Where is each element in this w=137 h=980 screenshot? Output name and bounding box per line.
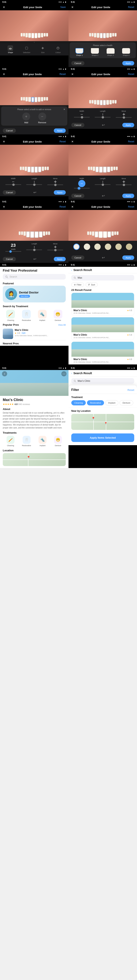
undo-btn-5[interactable]: ↩ [33, 190, 36, 195]
more-btn-11[interactable]: ··· [61, 371, 66, 376]
reset-btn-12[interactable]: Reset [128, 388, 134, 391]
view-all-btn[interactable]: View All [58, 324, 66, 326]
cancel-btn-2[interactable]: Cancel [71, 61, 84, 65]
nearby-map-12[interactable]: 📍 📍 [71, 414, 134, 430]
cancel-btn-5[interactable]: Cancel [3, 190, 16, 195]
undo-btn-6[interactable]: ↩ [102, 194, 105, 198]
move-slider-7[interactable]: Move ✛ [47, 243, 63, 250]
undo-btn-7[interactable]: ↩ [33, 257, 36, 261]
battery-icon-2: ▮ [134, 1, 135, 3]
apply-btn-4[interactable]: Apply [122, 123, 134, 127]
apply-btn-6[interactable]: Apply [122, 194, 134, 198]
close-btn-8[interactable]: ✕ [71, 205, 74, 208]
reset-btn-7[interactable]: Reset [60, 205, 66, 208]
featured-badge[interactable]: See More [19, 295, 30, 298]
t-restorative-11[interactable]: 🦷 Restorative [22, 436, 31, 447]
back-arrow-10[interactable]: ‹ [71, 269, 72, 272]
close-btn-5[interactable]: ✕ [3, 140, 5, 143]
treatment-restorative[interactable]: 🦷 Restorative [22, 310, 31, 321]
swatch-4[interactable] [115, 243, 122, 250]
close-btn-7[interactable]: ✕ [3, 205, 5, 208]
reset-btn-6[interactable]: Reset [128, 140, 134, 143]
sort-btn-10[interactable]: Sort [85, 283, 98, 287]
tool-size[interactable]: Size [40, 45, 46, 54]
filter-restorative[interactable]: Restorative [87, 400, 104, 406]
t-implant-11[interactable]: 🔩 Implant [38, 436, 46, 447]
featured-card[interactable]: 👩‍⚕️ Dental Doctor See More [3, 286, 66, 302]
t-cleaning-11[interactable]: 🪥 Cleaning [6, 436, 14, 447]
reset-btn-4[interactable]: Reset [128, 73, 134, 76]
clinic-card-1[interactable]: Max's Clinic ★ 4.8 15 liz Glenview Stree… [71, 293, 134, 315]
move-slider[interactable]: Move ✛ [116, 110, 132, 118]
cancel-btn-4[interactable]: Cancel [71, 123, 84, 127]
treatment-denture[interactable]: 😁 Denture [54, 310, 62, 321]
treatment-row-9: 🪥 Cleaning 🦷 Restorative 🔩 Implant 😁 Den… [0, 309, 68, 323]
width-slider-6-hl[interactable]: Width ↔ [74, 178, 90, 188]
cancel-btn-8[interactable]: Cancel [71, 256, 84, 260]
tool-colour[interactable]: Colour [55, 45, 61, 54]
swatch-3[interactable] [105, 243, 111, 250]
popup-close-icon[interactable]: ✕ [63, 108, 65, 111]
save-btn-1[interactable]: Save [60, 6, 66, 8]
apply-items-btn[interactable]: Apply Items Selected [71, 433, 134, 442]
swatch-1[interactable] [84, 243, 90, 250]
undo-btn-8[interactable]: ↩ [102, 256, 105, 260]
swatch-5[interactable] [126, 243, 132, 250]
close-btn-6[interactable]: ✕ [71, 140, 74, 143]
swatch-0[interactable] [73, 243, 80, 250]
close-btn-3[interactable]: ✕ [3, 73, 5, 76]
clinic-image-1 [71, 293, 134, 308]
search-query-box-12[interactable]: Max's Clinic [71, 378, 134, 384]
cancel-btn-3[interactable]: Cancel [3, 129, 16, 133]
move-slider-6[interactable]: Move ✛ [116, 178, 132, 188]
shape-2-item[interactable]: Shape 2 [91, 48, 99, 56]
filter-denture[interactable]: Denture [120, 400, 133, 406]
filter-btn-10[interactable]: Filter [71, 283, 84, 287]
apply-btn-5[interactable]: Apply [54, 190, 66, 195]
shape-1-item[interactable]: Shape 1 [76, 48, 83, 56]
close-btn-2[interactable]: ✕ [71, 6, 74, 9]
filter-cleaning[interactable]: Cleaning [71, 400, 86, 406]
shape-4-item[interactable]: Shape 4 [122, 48, 130, 56]
undo-btn-4[interactable]: ↩ [102, 123, 105, 127]
length-slider-5[interactable]: Length ↕ [26, 178, 42, 185]
move-slider-5[interactable]: Move ✛ [47, 178, 63, 185]
treatment-implant[interactable]: 🔩 Implant [38, 310, 47, 321]
apply-btn-8[interactable]: Apply [122, 256, 134, 260]
clinic-card-3[interactable]: Max's Clinic ★ 4.8 15 liz Glenview Stree… [71, 342, 134, 364]
search-query-box-10[interactable]: Max [71, 275, 134, 280]
length-slider-7[interactable]: Length ↕ [26, 243, 42, 250]
smile-image-6 [68, 145, 137, 175]
apply-btn-3[interactable]: Apply [54, 129, 66, 133]
length-slider[interactable]: Length ↕ [95, 110, 110, 118]
phone-7: 9:41 ●●● ▲ ▮ ✕ Edit your Smile Reset [0, 200, 68, 263]
close-btn-4[interactable]: ✕ [71, 73, 74, 76]
search-box-9[interactable]: Search [3, 274, 66, 280]
apply-btn-2[interactable]: Apply [122, 61, 134, 65]
swatch-2[interactable] [94, 243, 101, 250]
reset-btn-8[interactable]: Reset [128, 205, 134, 208]
filter-implant[interactable]: Implant [105, 400, 118, 406]
close-btn-1[interactable]: ✕ [3, 6, 5, 9]
back-arrow-12[interactable]: ‹ [71, 372, 72, 375]
reset-btn-5[interactable]: Reset [60, 140, 66, 143]
reset-btn-2[interactable]: Reset [128, 6, 134, 8]
length-slider-6[interactable]: Length ↕ [95, 178, 110, 188]
tool-selection[interactable]: Selection [23, 45, 30, 54]
tool-shape[interactable]: Shape [8, 45, 13, 54]
remove-action[interactable]: − Remove [38, 113, 46, 124]
location-map-11[interactable]: 📍 [3, 453, 66, 466]
apply-btn-7[interactable]: Apply [54, 257, 66, 261]
clinic-card-2[interactable]: Max's Clinic ★ 4.8 15 liz Glenview Stree… [71, 317, 134, 340]
cancel-btn-6[interactable]: Cancel [71, 194, 84, 198]
t-denture-11[interactable]: 😁 Denture [54, 436, 62, 447]
back-btn-11[interactable]: ‹ [2, 371, 7, 376]
treatment-cleaning[interactable]: 🪥 Cleaning [6, 310, 15, 321]
add-action[interactable]: + Add [22, 113, 30, 124]
shape-3-item[interactable]: Shape 3 [107, 48, 115, 56]
cancel-btn-7[interactable]: Cancel [3, 257, 16, 261]
width-slider[interactable]: Width ↔ [74, 110, 90, 118]
width-slider-5[interactable]: Width ↔ [5, 178, 21, 185]
reset-btn-3[interactable]: Reset [60, 73, 66, 76]
pro-card-1[interactable]: Max's Clinic ★ 4.8 Splt 15 liz Glenview … [3, 328, 66, 340]
